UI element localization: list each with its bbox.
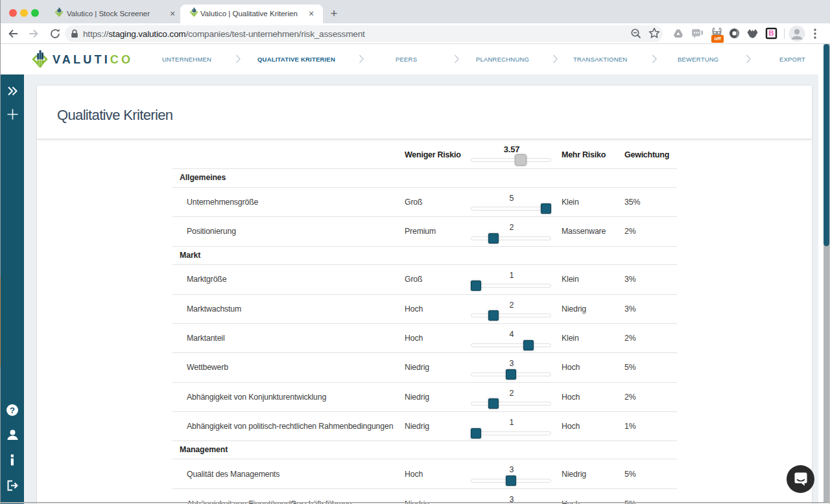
- svg-text:B: B: [768, 29, 774, 37]
- svg-text:?: ?: [10, 406, 15, 415]
